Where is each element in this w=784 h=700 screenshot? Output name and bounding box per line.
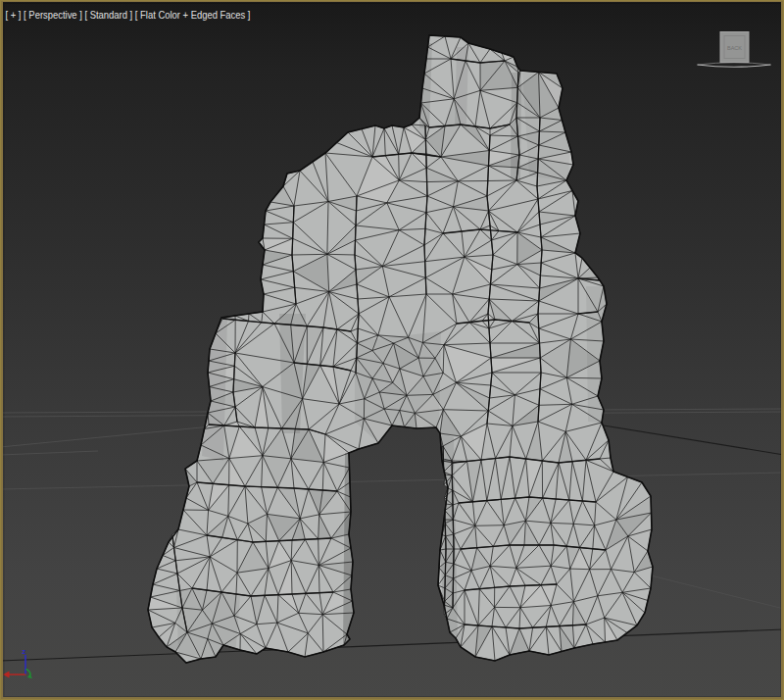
svg-text:[ + ] [ Perspective ] [ Standa: [ + ] [ Perspective ] [ Standard ] [ Fla…: [6, 9, 251, 21]
svg-text:BACK: BACK: [727, 45, 742, 51]
svg-text:z: z: [23, 647, 26, 656]
